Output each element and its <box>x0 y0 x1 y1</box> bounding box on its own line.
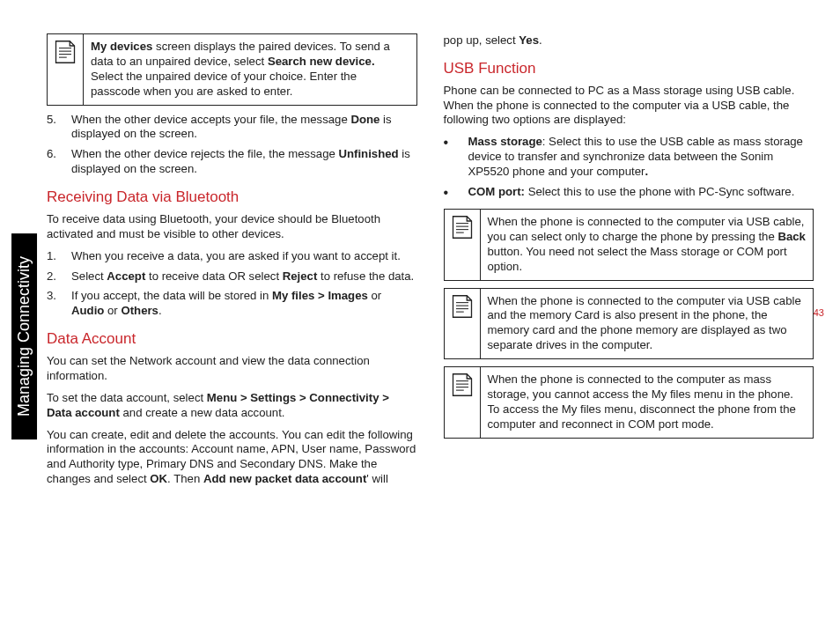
note-text: When the phone is connected to the compu… <box>481 289 814 359</box>
note-icon-cell <box>445 210 481 280</box>
column-right: pop up, select Yes. USB Function Phone c… <box>444 33 814 494</box>
list-item: • COM port: Select this to use the phone… <box>444 185 814 200</box>
note-icon-cell <box>445 289 481 359</box>
section-heading: USB Function <box>444 59 814 78</box>
list-body: When you receive a data, you are asked i… <box>71 249 417 264</box>
list-number: 6. <box>47 147 71 177</box>
note-box: When the phone is connected to the compu… <box>444 209 814 281</box>
list-body: Mass storage: Select this to use the USB… <box>468 135 814 180</box>
column-left: My devices screen displays the paired de… <box>47 33 417 494</box>
paragraph: You can set the Network account and view… <box>47 354 417 384</box>
note-text: When the phone is connected to the compu… <box>481 210 814 280</box>
note-box: When the phone is connected to the compu… <box>444 366 814 439</box>
note-icon-cell <box>48 34 84 105</box>
list-item: 5. When the other device accepts your fi… <box>47 113 417 143</box>
paragraph: Phone can be connected to PC as a Mass s… <box>444 84 814 129</box>
bullet-icon: • <box>444 135 468 180</box>
bullet-icon: • <box>444 185 468 200</box>
paragraph: To set the data account, select Menu > S… <box>47 391 417 421</box>
list-body: If you accept, the data will be stored i… <box>71 289 417 319</box>
note-text: When the phone is connected to the compu… <box>481 367 814 438</box>
list-item: 6. When the other device rejects the fil… <box>47 147 417 177</box>
list-item: 2. Select Accept to receive data OR sele… <box>47 269 417 284</box>
list-item: 3. If you accept, the data will be store… <box>47 289 417 319</box>
list-item: 1. When you receive a data, you are aske… <box>47 249 417 264</box>
list-number: 2. <box>47 269 71 284</box>
list-body: When the other device rejects the file, … <box>71 147 417 177</box>
ordered-list: 1. When you receive a data, you are aske… <box>47 249 417 320</box>
bullet-list: • Mass storage: Select this to use the U… <box>444 135 814 200</box>
list-body: When the other device accepts your file,… <box>71 113 417 143</box>
ordered-list: 5. When the other device accepts your fi… <box>47 113 417 178</box>
list-number: 1. <box>47 249 71 264</box>
section-heading: Data Account <box>47 329 417 349</box>
note-icon-cell <box>445 367 481 438</box>
note-icon <box>53 40 77 64</box>
paragraph: pop up, select Yes. <box>444 33 814 48</box>
note-box: My devices screen displays the paired de… <box>47 33 417 106</box>
list-body: Select Accept to receive data OR select … <box>71 269 417 284</box>
note-box: When the phone is connected to the compu… <box>444 288 814 360</box>
note-icon <box>450 373 475 397</box>
page-content: My devices screen displays the paired de… <box>0 0 840 512</box>
paragraph: You can create, edit and delete the acco… <box>47 428 417 488</box>
side-tab: Managing Connectivity <box>11 233 37 439</box>
list-number: 5. <box>47 113 71 143</box>
note-icon <box>450 215 475 240</box>
list-item: • Mass storage: Select this to use the U… <box>444 135 814 180</box>
paragraph: To receive data using Bluetooth, your de… <box>47 212 417 242</box>
note-icon <box>450 294 475 319</box>
list-body: COM port: Select this to use the phone w… <box>468 185 814 200</box>
list-number: 3. <box>47 289 71 319</box>
section-heading: Receiving Data via Bluetooth <box>47 188 417 207</box>
note-text: My devices screen displays the paired de… <box>84 34 416 105</box>
page-number: 43 <box>814 306 824 319</box>
